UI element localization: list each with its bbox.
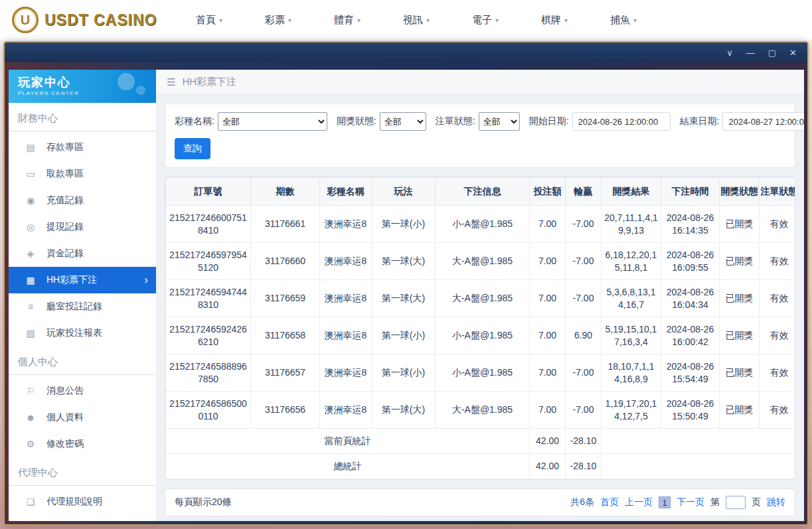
cell-bet-amount: 7.00	[530, 392, 566, 429]
page-jump-input[interactable]	[726, 496, 746, 509]
summary-label: 總統計	[166, 454, 530, 479]
col-header-lottery-name: 彩種名稱	[320, 178, 372, 206]
nav-item-live-video[interactable]: 視訊▾	[382, 14, 451, 27]
cell-bet-info: 小-A盤@1.985	[436, 317, 530, 354]
sidebar-item-label: 代理規則說明	[46, 496, 102, 508]
sidebar-item-player-bet-report[interactable]: ▧玩家投注報表	[9, 320, 156, 346]
col-header-win-loss: 輸贏	[566, 178, 602, 206]
order-status-select[interactable]: 全部	[479, 112, 520, 131]
sidebar-item-change-password[interactable]: ⚙修改密碼	[9, 431, 156, 457]
sidebar-section-agent: 代理中心	[9, 457, 156, 486]
start-date-label: 開始日期:	[529, 115, 569, 127]
draw-status-select[interactable]: 全部	[380, 112, 426, 131]
prev-page-link[interactable]: 上一页	[625, 496, 653, 508]
col-header-draw-status: 開獎狀態	[720, 178, 760, 206]
cell-issue: 31176660	[251, 243, 320, 280]
nav-item-home[interactable]: 首頁▾	[175, 14, 244, 27]
hamburger-icon[interactable]: ☰	[167, 76, 175, 88]
sidebar-item-label: 取款專區	[46, 168, 84, 180]
col-header-order-status: 注單狀態	[760, 178, 796, 206]
chevron-down-icon: ▾	[633, 17, 637, 24]
cell-draw-result: 20,7,11,1,4,19,9,13	[602, 206, 661, 243]
sidebar-item-label: 廳室投註記錄	[46, 301, 102, 313]
start-date-input[interactable]	[572, 112, 671, 131]
cell-order-no: 2152172465924266210	[166, 317, 251, 354]
start-date-filter: 開始日期:	[529, 112, 671, 131]
main-area: ☰ HH彩票下注 彩種名稱: 全部	[156, 70, 804, 521]
cell-lottery-name: 澳洲幸运8	[320, 243, 372, 280]
summary-win-loss: -28.10	[566, 454, 602, 479]
cell-play-type: 第一球(大)	[372, 392, 436, 429]
sidebar-item-deposit-area[interactable]: ▤存款專區	[9, 134, 156, 161]
chevron-down-icon: ▾	[495, 17, 499, 24]
cell-bet-info: 大-A盤@1.985	[436, 280, 530, 317]
cell-draw-status: 已開獎	[720, 280, 760, 317]
bell-icon: ⚐	[25, 386, 37, 396]
nav-item-sports[interactable]: 體育▾	[313, 14, 382, 27]
page: U USDT CASINO 首頁▾彩票▾體育▾視訊▾電子▾棋牌▾捕魚▾ ∨ — …	[0, 0, 812, 40]
sidebar-item-label: 修改密碼	[46, 438, 84, 450]
nav-item-label: 首頁	[196, 14, 216, 27]
first-page-link[interactable]: 首页	[600, 496, 619, 508]
sidebar-item-recharge-record[interactable]: ◉充值記錄	[9, 187, 156, 214]
window-collapse-icon[interactable]: ∨	[726, 48, 733, 57]
window-minimize-icon[interactable]: —	[746, 48, 755, 57]
end-date-label: 結束日期:	[680, 115, 720, 127]
sidebar-item-label: 提現記錄	[46, 221, 84, 233]
window-body: 玩家中心 PLAYERS CENTER 財務中心▤存款專區▭取款專區◉充值記錄◎…	[5, 62, 807, 524]
sidebar-item-cashout-record[interactable]: ◎提現記錄	[9, 214, 156, 240]
app-window: ∨ — ▢ ✕ 玩家中心 PLAYERS CENTER 財務中心▤存款專區▭取款…	[3, 41, 809, 526]
cell-order-status: 有效	[760, 317, 796, 354]
cell-issue: 31176657	[251, 354, 320, 392]
cell-play-type: 第一球(小)	[372, 317, 436, 354]
nav-item-lottery[interactable]: 彩票▾	[244, 14, 313, 27]
sidebar-item-profile[interactable]: ☻個人資料	[9, 404, 156, 431]
nav-item-fishing[interactable]: 捕魚▾	[589, 14, 658, 27]
site-logo[interactable]: U USDT CASINO	[12, 7, 175, 33]
cell-lottery-name: 澳洲幸运8	[320, 206, 372, 243]
window-close-icon[interactable]: ✕	[789, 48, 797, 57]
current-page[interactable]: 1	[659, 496, 671, 508]
chevron-down-icon: ▾	[564, 17, 568, 24]
chevron-down-icon: ▾	[426, 17, 430, 24]
main-menu: 首頁▾彩票▾體育▾視訊▾電子▾棋牌▾捕魚▾	[175, 14, 800, 27]
sidebar-item-agent-rules[interactable]: ❏代理規則說明	[9, 489, 156, 515]
main-content: 彩種名稱: 全部 開獎狀態: 全部	[156, 95, 804, 521]
cell-bet-info: 大-A盤@1.985	[436, 243, 530, 280]
sidebar-item-label: 玩家投注報表	[46, 327, 102, 339]
end-date-input[interactable]	[722, 112, 804, 131]
cell-bet-amount: 7.00	[530, 354, 566, 392]
pagination-bar: 每頁顯示20條 共6条 首页 上一页 1 下一页 第 页 跳转	[165, 489, 795, 516]
sidebar-item-hh-lottery-bet[interactable]: ▦HH彩票下注›	[9, 267, 156, 293]
chevron-down-icon: ▾	[288, 17, 291, 24]
draw-status-label: 開獎狀態:	[337, 115, 376, 127]
cell-order-status: 有效	[760, 243, 796, 280]
nav-item-slots[interactable]: 電子▾	[451, 14, 520, 27]
sidebar-item-hall-bet-record[interactable]: ≡廳室投註記錄	[9, 293, 156, 320]
cell-order-status: 有效	[760, 280, 796, 317]
col-header-bet-amount: 投注額	[530, 178, 566, 206]
cell-bet-time: 2024-08-26 16:04:34	[661, 280, 720, 317]
cell-win-loss: -7.00	[566, 392, 602, 429]
sidebar-item-funds-record[interactable]: ◈資金記錄	[9, 240, 156, 267]
window-maximize-icon[interactable]: ▢	[768, 48, 776, 57]
sidebar-item-announcements[interactable]: ⚐消息公告	[9, 378, 156, 404]
summary-empty	[602, 454, 796, 479]
sidebar-item-withdraw-area[interactable]: ▭取款專區	[9, 161, 156, 187]
next-page-link[interactable]: 下一页	[677, 496, 704, 508]
total-count: 共6条	[570, 496, 594, 508]
search-button[interactable]: 查詢	[175, 138, 210, 159]
nav-item-board-games[interactable]: 棋牌▾	[520, 14, 589, 27]
filter-row: 彩種名稱: 全部 開獎狀態: 全部	[175, 112, 785, 131]
lottery-name-select[interactable]: 全部	[218, 112, 327, 131]
cell-draw-status: 已開獎	[720, 354, 760, 392]
col-header-order-no: 訂單號	[166, 178, 251, 206]
summary-bet-amount: 42.00	[530, 454, 566, 479]
hall-record-icon: ≡	[25, 301, 37, 312]
cell-win-loss: -7.00	[566, 280, 602, 317]
logo-icon: U	[12, 7, 39, 33]
cell-issue: 31176656	[251, 392, 320, 429]
jump-button[interactable]: 跳转	[767, 496, 785, 508]
top-navigation: U USDT CASINO 首頁▾彩票▾體育▾視訊▾電子▾棋牌▾捕魚▾	[0, 0, 812, 40]
cell-lottery-name: 澳洲幸运8	[320, 354, 372, 392]
